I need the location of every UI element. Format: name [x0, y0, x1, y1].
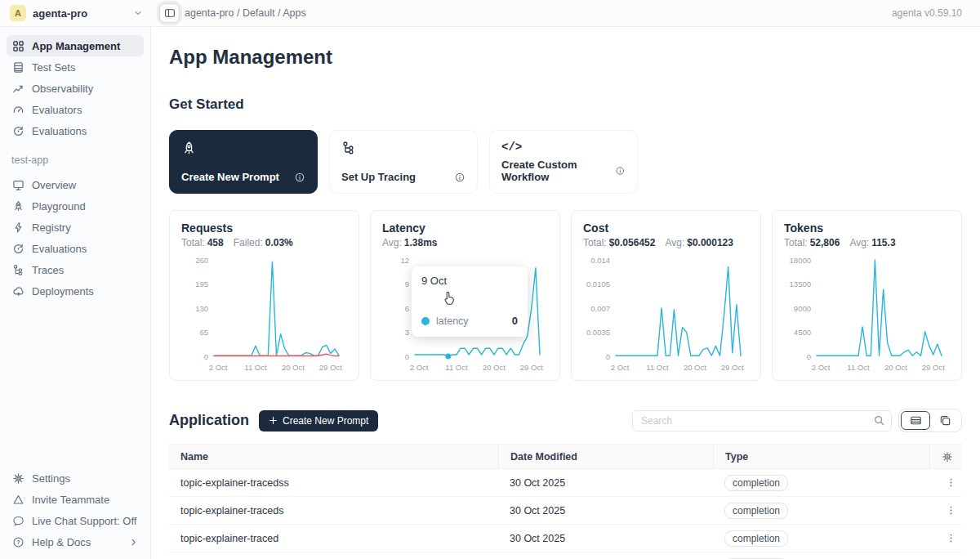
app-name: topic-explainer-tracedss	[169, 477, 498, 489]
svg-text:0: 0	[204, 352, 208, 361]
topbar: A agenta-pro agenta-pro / Default / Apps…	[0, 0, 980, 27]
column-header-date-modified[interactable]: Date Modified	[498, 445, 713, 468]
latency-chart-card[interactable]: Latency Avg:1.38ms 1296302 Oct11 Oct20 O…	[370, 210, 560, 381]
chevron-right-icon	[129, 538, 138, 547]
svg-text:20 Oct: 20 Oct	[884, 363, 907, 372]
tooltip-date: 9 Oct	[421, 275, 518, 287]
sidebar-item-live-chat[interactable]: Live Chat Support: Off	[7, 510, 144, 531]
svg-text:11 Oct: 11 Oct	[244, 363, 267, 372]
svg-text:29 Oct: 29 Oct	[922, 363, 945, 372]
sidebar-item-label: Evaluations	[32, 243, 87, 255]
monitor-icon	[12, 179, 24, 191]
sidebar-item-observability[interactable]: Observability	[7, 78, 144, 99]
row-menu-button[interactable]	[941, 531, 961, 545]
gear-icon[interactable]	[942, 451, 953, 463]
svg-text:9000: 9000	[794, 304, 811, 313]
workspace-name: agenta-pro	[33, 7, 87, 20]
requests-line-chart: 2601951306502 Oct11 Oct20 Oct29 Oct	[181, 253, 349, 376]
set-up-tracing-card[interactable]: Set Up Tracing	[329, 130, 478, 194]
rocket-icon	[181, 141, 197, 156]
column-header-type[interactable]: Type	[713, 445, 929, 468]
svg-text:?: ?	[16, 539, 20, 544]
card-view-button[interactable]	[930, 411, 960, 430]
workspace-selector[interactable]: A agenta-pro	[0, 0, 151, 26]
search-icon	[873, 414, 885, 427]
sidebar-item-registry[interactable]: Registry	[7, 217, 144, 238]
svg-text:65: 65	[199, 328, 208, 337]
get-started-cards: Create New Prompt Set Up Tracing </> Cre…	[169, 130, 962, 194]
create-new-prompt-button[interactable]: Create New Prompt	[259, 410, 378, 432]
cloud-icon	[12, 285, 24, 297]
svg-text:195: 195	[195, 280, 208, 288]
table-view-button[interactable]	[901, 411, 930, 430]
sidebar-spacer	[7, 302, 144, 467]
sidebar-item-playground[interactable]: Playground	[7, 195, 144, 217]
sidebar-item-label: App Management	[32, 40, 120, 52]
type-badge: completion	[724, 475, 788, 491]
app-name: topic-explainer-traceds	[169, 505, 498, 517]
main-content: App Management Get Started Create New Pr…	[151, 27, 980, 559]
tree-icon	[12, 264, 24, 276]
chart-stats: Total:$0.056452Avg:$0.000123	[583, 237, 749, 248]
create-new-prompt-card[interactable]: Create New Prompt	[169, 130, 318, 194]
svg-text:11 Oct: 11 Oct	[646, 363, 669, 372]
svg-text:12: 12	[400, 256, 409, 265]
svg-text:0.0105: 0.0105	[586, 280, 610, 288]
sidebar-collapse-button[interactable]	[159, 3, 180, 23]
table-row[interactable]: topic-explainer-tracedss 30 Oct 2025 com…	[169, 469, 962, 497]
table-settings-cell	[929, 445, 964, 468]
info-icon[interactable]	[294, 172, 305, 183]
topbar-main: agenta-pro / Default / Apps agenta v0.59…	[151, 0, 980, 26]
sidebar-item-evaluators[interactable]: Evaluators	[7, 99, 144, 120]
sidebar-app-section-label: test-app	[7, 154, 144, 166]
svg-text:3: 3	[405, 328, 409, 337]
plus-icon	[269, 416, 278, 425]
view-toggle	[898, 409, 962, 432]
table-view-icon	[910, 414, 922, 427]
chart-line-icon	[12, 83, 24, 95]
row-menu-button[interactable]	[941, 503, 961, 517]
sidebar-item-deployments[interactable]: Deployments	[7, 280, 144, 302]
row-menu-button[interactable]	[941, 476, 961, 490]
grid-icon	[12, 40, 24, 52]
tooltip-series-name: latency	[436, 315, 469, 327]
type-badge: completion	[724, 530, 788, 547]
sidebar-item-evaluations-app[interactable]: Evaluations	[7, 238, 144, 259]
gauge-icon	[12, 104, 24, 116]
sidebar-item-app-management[interactable]: App Management	[7, 35, 144, 56]
card-label: Create New Prompt	[181, 171, 279, 183]
code-icon: </>	[501, 141, 626, 154]
sidebar-item-help-docs[interactable]: ? Help & Docs	[7, 531, 144, 552]
app-root: A agenta-pro agenta-pro / Default / Apps…	[0, 0, 980, 559]
search-input[interactable]	[632, 410, 892, 432]
info-icon[interactable]	[615, 165, 626, 177]
info-icon[interactable]	[454, 172, 466, 183]
tooltip-value: 0	[512, 315, 518, 327]
breadcrumb[interactable]: agenta-pro / Default / Apps	[185, 7, 306, 19]
panel-left-icon	[164, 7, 176, 19]
sidebar-item-invite-teammate[interactable]: Invite Teammate	[7, 489, 144, 510]
create-custom-workflow-card[interactable]: </> Create Custom Workflow	[489, 130, 638, 194]
requests-chart-card[interactable]: Requests Total:458Failed:0.03% 260195130…	[169, 210, 359, 381]
sidebar-item-evaluations[interactable]: Evaluations	[7, 120, 144, 141]
table-row[interactable]: topic-explainer-traceds 30 Oct 2025 comp…	[169, 497, 962, 525]
sidebar-item-label: Playground	[32, 200, 86, 212]
svg-text:2 Oct: 2 Oct	[812, 363, 831, 372]
svg-text:11 Oct: 11 Oct	[445, 363, 468, 372]
sidebar-item-test-sets[interactable]: Test Sets	[7, 56, 144, 78]
sidebar-item-traces[interactable]: Traces	[7, 259, 144, 280]
app-date-modified: 30 Oct 2025	[498, 477, 713, 489]
cost-chart-card[interactable]: Cost Total:$0.056452Avg:$0.000123 0.0140…	[571, 210, 761, 381]
tokens-chart-card[interactable]: Tokens Total:52,806Avg:115.3 18000135009…	[772, 210, 962, 381]
column-header-name[interactable]: Name	[169, 445, 498, 468]
sidebar-item-overview[interactable]: Overview	[7, 174, 144, 195]
sidebar-item-settings[interactable]: Settings	[7, 467, 144, 489]
table-row[interactable]: career-assessment 27 Oct 2025 completion	[169, 552, 962, 559]
gear-icon	[12, 472, 24, 485]
sidebar-item-label: Evaluators	[32, 104, 82, 116]
version-label: agenta v0.59.10	[892, 7, 962, 19]
refresh-icon	[12, 243, 24, 255]
sidebar-item-label: Invite Teammate	[32, 494, 109, 506]
help-icon: ?	[12, 536, 24, 548]
table-row[interactable]: topic-explainer-traced 30 Oct 2025 compl…	[169, 525, 962, 552]
